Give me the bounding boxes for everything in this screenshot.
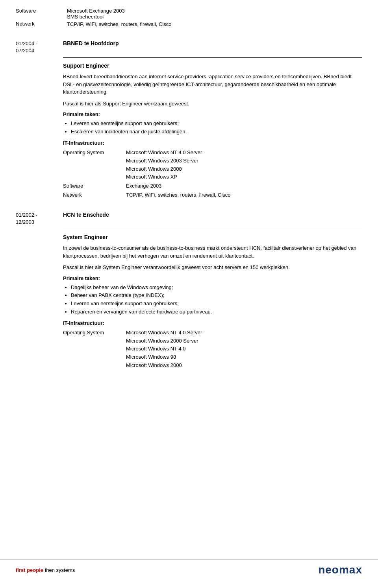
os-values-hcn: Microsoft Windows NT 4.0 Server Microsof… [126, 328, 362, 370]
job-company-bbned: BBNED te Hoofddorp [63, 40, 362, 46]
infra-table-hcn: Operating System Microsoft Windows NT 4.… [63, 328, 362, 370]
netwerk-value-bbned: TCP/IP, WiFi, switches, routers, firewal… [126, 191, 362, 200]
bullet-list-hcn: Dagelijks beheer van de Windows omgeving… [63, 284, 362, 316]
software-value1: Microsoft Exchange 2003 [67, 8, 362, 14]
divider-bbned [63, 57, 362, 58]
top-labels: Software Netwerk [16, 8, 67, 28]
job-desc1-bbned: BBned levert breedbanddiensten aan inter… [63, 73, 362, 96]
job-title-bbned: Support Engineer [63, 63, 362, 69]
primaire-heading-bbned: Primaire taken: [63, 111, 362, 117]
bullet-item: Escaleren van incidenten naar de juiste … [71, 128, 362, 136]
software-label: Software [16, 8, 67, 14]
infra-row-os: Operating System Microsoft Windows NT 4.… [63, 148, 362, 182]
job-title-hcn: System Engineer [63, 234, 362, 240]
bullet-item: Repareren en vervangen van defecte hardw… [71, 308, 362, 316]
bullet-item: Leveren van eerstelijns support aan gebr… [71, 300, 362, 308]
primaire-heading-hcn: Primaire taken: [63, 275, 362, 281]
netwerk-label-bbned: Netwerk [63, 191, 126, 200]
tagline-rest: then systems [43, 567, 75, 573]
job-body-bbned: Support Engineer BBned levert breedbandd… [63, 63, 362, 199]
job-dates-bbned: 01/2004 - 07/2004 [16, 40, 63, 54]
bullet-item: Beheer van PABX centrale (type INDEX); [71, 291, 362, 300]
tagline-first: first people [16, 567, 43, 573]
bullet-list-bbned: Leveren van eerstelijns support aan gebr… [63, 120, 362, 136]
netwerk-value: TCP/IP, WiFi, switches, routers, firewal… [67, 21, 362, 27]
job-company-hcn: HCN te Enschede [63, 212, 362, 218]
software-value-bbned: Exchange 2003 [126, 182, 362, 191]
os-label-bbned: Operating System [63, 148, 126, 182]
infra-row-software: Software Exchange 2003 [63, 182, 362, 191]
footer-tagline: first people then systems [16, 567, 75, 573]
netwerk-label: Netwerk [16, 21, 67, 27]
os-values-bbned: Microsoft Windows NT 4.0 Server Microsof… [126, 148, 362, 182]
bullet-item: Leveren van eerstelijns support aan gebr… [71, 120, 362, 128]
it-heading-hcn: IT-Infrastructuur: [63, 320, 362, 326]
bullet-item: Dagelijks beheer van de Windows omgeving… [71, 284, 362, 292]
it-infra-bbned: IT-Infrastructuur: Operating System Micr… [63, 140, 362, 200]
top-section: Software Netwerk Microsoft Exchange 2003… [16, 8, 362, 28]
infra-row-os-hcn: Operating System Microsoft Windows NT 4.… [63, 328, 362, 370]
footer: first people then systems neomax [0, 559, 378, 580]
job-block-bbned: 01/2004 - 07/2004 BBNED te Hoofddorp Sup… [16, 40, 362, 200]
top-values: Microsoft Exchange 2003 SMS beheertool T… [67, 8, 362, 28]
page-content: Software Netwerk Microsoft Exchange 2003… [16, 8, 362, 370]
job-desc2-bbned: Pascal is hier als Support Engineer werk… [63, 100, 362, 108]
divider-hcn [63, 229, 362, 229]
job-block-hcn: 01/2002 - 12/2003 HCN te Enschede System… [16, 212, 362, 370]
infra-row-netwerk: Netwerk TCP/IP, WiFi, switches, routers,… [63, 191, 362, 200]
it-infra-hcn: IT-Infrastructuur: Operating System Micr… [63, 320, 362, 370]
job-desc2-hcn: Pascal is hier als System Engineer veran… [63, 264, 362, 271]
it-heading-bbned: IT-Infrastructuur: [63, 140, 362, 146]
software-label-bbned: Software [63, 182, 126, 191]
infra-table-bbned: Operating System Microsoft Windows NT 4.… [63, 148, 362, 200]
job-desc1-hcn: In zowel de business-to-consumer als de … [63, 244, 362, 260]
os-label-hcn: Operating System [63, 328, 126, 370]
software-value2: SMS beheertool [67, 14, 362, 20]
neomax-logo: neomax [318, 564, 362, 576]
job-body-hcn: System Engineer In zowel de business-to-… [63, 234, 362, 370]
job-header-bbned: 01/2004 - 07/2004 BBNED te Hoofddorp [16, 40, 362, 54]
job-header-hcn: 01/2002 - 12/2003 HCN te Enschede [16, 212, 362, 226]
job-dates-hcn: 01/2002 - 12/2003 [16, 212, 63, 226]
